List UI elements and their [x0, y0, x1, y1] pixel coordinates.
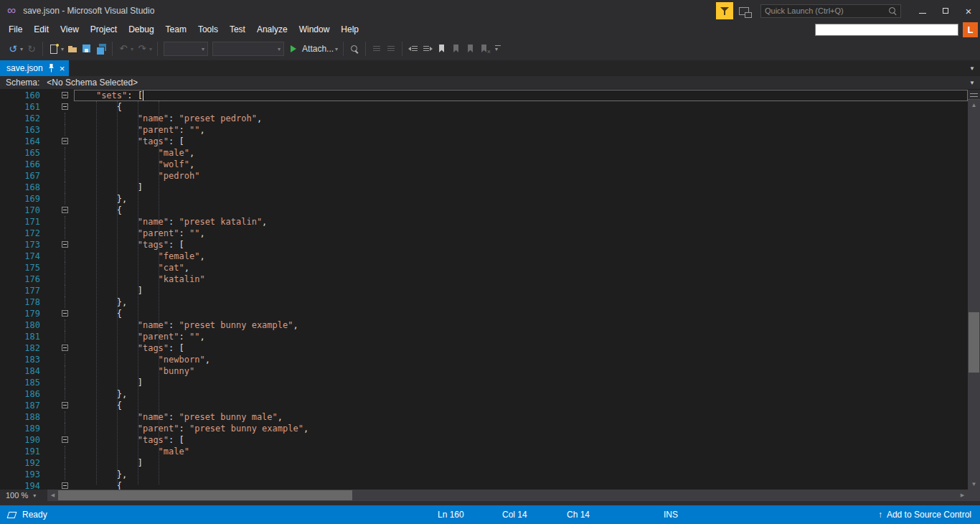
pin-icon[interactable]: [48, 64, 55, 72]
fold-minus-box-icon[interactable]: [62, 92, 68, 98]
code-line-189[interactable]: 189 "parent": "preset bunny example",: [0, 423, 968, 434]
code-line-164[interactable]: 164 "tags": [: [0, 136, 968, 147]
code-line-186[interactable]: 186 },: [0, 388, 968, 400]
menu-item-analyze[interactable]: Analyze: [251, 22, 293, 37]
code-line-161[interactable]: 161 {: [0, 101, 968, 113]
menu-item-tools[interactable]: Tools: [192, 22, 224, 37]
toggle-bookmark-button[interactable]: [435, 42, 449, 56]
menu-item-team[interactable]: Team: [160, 22, 192, 37]
code-line-169[interactable]: 169 },: [0, 193, 968, 205]
fold-minus-box-icon[interactable]: [62, 345, 68, 351]
user-badge[interactable]: L: [963, 22, 978, 37]
code-line-192[interactable]: 192 ]: [0, 457, 968, 469]
code-line-173[interactable]: 173 "tags": [: [0, 239, 968, 251]
fold-collapse-icon[interactable]: [44, 101, 74, 113]
code-line-184[interactable]: 184 "bunny": [0, 365, 968, 377]
scroll-down-icon[interactable]: ▼: [968, 479, 980, 490]
restore-button[interactable]: [934, 1, 957, 20]
code-line-179[interactable]: 179 {: [0, 308, 968, 319]
code-line-165[interactable]: 165 "male",: [0, 147, 968, 159]
code-line-180[interactable]: 180 "name": "preset bunny example",: [0, 319, 968, 331]
menu-item-edit[interactable]: Edit: [28, 22, 55, 37]
menu-item-window[interactable]: Window: [293, 22, 336, 37]
editor-splitter-handle[interactable]: [968, 90, 980, 100]
horizontal-scrollbar[interactable]: ◀ ▶: [47, 490, 968, 501]
menu-search-input[interactable]: [815, 24, 958, 36]
increase-indent-button[interactable]: [420, 42, 435, 56]
tab-list-dropdown-icon[interactable]: ▼: [969, 65, 975, 72]
toolbar-overflow-button[interactable]: [492, 42, 504, 56]
code-line-170[interactable]: 170 {: [0, 205, 968, 216]
chevron-down-icon[interactable]: ▾: [131, 46, 133, 52]
close-button[interactable]: ×: [957, 1, 980, 20]
menu-item-help[interactable]: Help: [335, 22, 364, 37]
fold-collapse-icon[interactable]: [44, 239, 74, 251]
fold-collapse-icon[interactable]: [44, 434, 74, 446]
fold-collapse-icon[interactable]: [44, 136, 74, 147]
chevron-down-icon[interactable]: ▾: [335, 46, 338, 52]
close-tab-icon[interactable]: ×: [60, 64, 65, 73]
add-to-source-control-button[interactable]: ↑ Add to Source Control: [878, 510, 971, 520]
vertical-scrollbar[interactable]: ▲ ▼: [968, 90, 980, 490]
code-line-172[interactable]: 172 "parent": "",: [0, 228, 968, 239]
code-line-183[interactable]: 183 "newborn",: [0, 354, 968, 365]
scroll-left-icon[interactable]: ◀: [47, 490, 58, 501]
fold-minus-box-icon[interactable]: [62, 138, 68, 144]
solution-platforms-combobox[interactable]: ▾: [212, 42, 284, 56]
code-line-168[interactable]: 168 ]: [0, 182, 968, 193]
menu-item-debug[interactable]: Debug: [123, 22, 159, 37]
vertical-scrollbar-thumb[interactable]: [969, 312, 979, 373]
code-line-190[interactable]: 190 "tags": [: [0, 434, 968, 446]
fold-collapse-icon[interactable]: [44, 90, 74, 101]
fold-minus-box-icon[interactable]: [62, 310, 68, 317]
code-line-160[interactable]: 160 "sets": [: [0, 90, 968, 101]
fold-minus-box-icon[interactable]: [62, 207, 68, 213]
notifications-icon[interactable]: [716, 2, 733, 19]
menu-item-view[interactable]: View: [55, 22, 85, 37]
menu-item-project[interactable]: Project: [85, 22, 123, 37]
code-line-178[interactable]: 178 },: [0, 296, 968, 308]
send-feedback-icon[interactable]: [739, 7, 749, 15]
save-button[interactable]: [80, 42, 94, 56]
chevron-down-icon[interactable]: ▾: [20, 46, 23, 52]
attach-to-process-button[interactable]: Attach...▾: [286, 42, 339, 56]
chevron-down-icon[interactable]: ▾: [149, 46, 152, 52]
find-in-files-button[interactable]: [347, 42, 362, 56]
code-line-182[interactable]: 182 "tags": [: [0, 342, 968, 354]
fold-collapse-icon[interactable]: [44, 480, 74, 490]
fold-minus-box-icon[interactable]: [62, 241, 68, 248]
code-line-167[interactable]: 167 "pedroh": [0, 170, 968, 182]
horizontal-scrollbar-thumb[interactable]: [58, 490, 352, 500]
code-line-177[interactable]: 177 ]: [0, 285, 968, 296]
quick-launch-input[interactable]: Quick Launch (Ctrl+Q): [760, 4, 901, 18]
code-line-193[interactable]: 193 },: [0, 469, 968, 480]
chevron-down-icon[interactable]: ▾: [61, 46, 64, 52]
code-line-162[interactable]: 162 "name": "preset pedroh",: [0, 113, 968, 124]
fold-collapse-icon[interactable]: [44, 342, 74, 354]
save-all-button[interactable]: [94, 42, 108, 56]
fold-minus-box-icon[interactable]: [62, 402, 68, 408]
minimize-button[interactable]: [911, 1, 934, 20]
schema-dropdown-icon[interactable]: ▼: [969, 80, 975, 86]
navigate-backward-button[interactable]: ▾: [6, 42, 24, 56]
zoom-control[interactable]: 100 % ▾: [0, 490, 47, 501]
code-line-174[interactable]: 174 "female",: [0, 251, 968, 262]
code-line-166[interactable]: 166 "wolf",: [0, 159, 968, 170]
solution-configurations-combobox[interactable]: ▾: [164, 42, 208, 56]
fold-collapse-icon[interactable]: [44, 308, 74, 319]
fold-collapse-icon[interactable]: [44, 400, 74, 411]
fold-minus-box-icon[interactable]: [62, 436, 68, 443]
decrease-indent-button[interactable]: [406, 42, 420, 56]
code-line-188[interactable]: 188 "name": "preset bunny male",: [0, 411, 968, 423]
new-file-button[interactable]: ▾: [47, 42, 65, 56]
schema-selector[interactable]: <No Schema Selected>: [47, 78, 138, 88]
code-line-185[interactable]: 185 ]: [0, 377, 968, 388]
code-line-191[interactable]: 191 "male": [0, 446, 968, 457]
fold-minus-box-icon[interactable]: [62, 482, 68, 489]
fold-minus-box-icon[interactable]: [62, 103, 68, 110]
code-line-171[interactable]: 171 "name": "preset katalin",: [0, 216, 968, 228]
code-line-194[interactable]: 194 {: [0, 480, 968, 490]
fold-collapse-icon[interactable]: [44, 205, 74, 216]
tab-save-json[interactable]: save.json ×: [0, 60, 69, 76]
code-line-187[interactable]: 187 {: [0, 400, 968, 411]
